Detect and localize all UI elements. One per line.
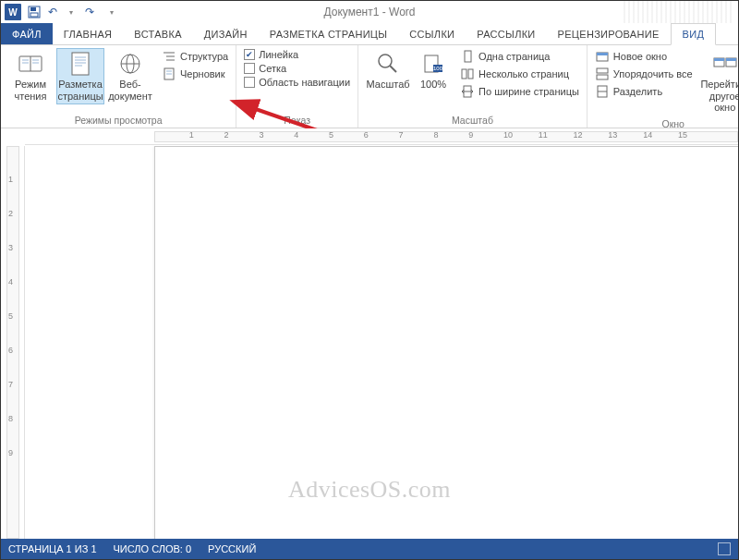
group-show: ✔ Линейка Сетка Область навигации Показ	[236, 45, 358, 128]
multi-page-icon	[460, 67, 475, 81]
arrange-all-button[interactable]: Упорядочить все	[593, 66, 695, 82]
tab-view[interactable]: ВИД	[671, 23, 717, 45]
gridlines-label: Сетка	[259, 63, 286, 74]
group-views-label: Режимы просмотра	[6, 113, 230, 126]
status-page[interactable]: СТРАНИЦА 1 ИЗ 1	[8, 543, 97, 554]
zoom-button[interactable]: Масштаб	[364, 48, 412, 93]
ribbon: Режим чтения Разметка страницы Веб-докум…	[1, 45, 738, 128]
web-layout-icon	[117, 51, 143, 77]
split-button[interactable]: Разделить	[593, 83, 695, 100]
new-window-label: Новое окно	[613, 51, 667, 62]
window-title: Документ1 - Word	[323, 6, 415, 18]
split-label: Разделить	[613, 86, 662, 97]
outline-icon	[162, 49, 176, 64]
page-width-icon	[460, 84, 475, 99]
print-layout-icon	[67, 51, 93, 77]
svg-rect-41	[714, 58, 724, 61]
navpane-checkbox-row[interactable]: Область навигации	[242, 76, 352, 89]
title-bar: W ↶ ▾ ↷ ▾ Документ1 - Word	[1, 1, 738, 23]
navpane-checkbox[interactable]	[244, 77, 255, 88]
save-icon[interactable]	[27, 5, 42, 19]
status-bar: СТРАНИЦА 1 ИЗ 1 ЧИСЛО СЛОВ: 0 РУССКИЙ	[1, 539, 738, 559]
outline-label: Структура	[180, 51, 228, 62]
undo-icon[interactable]: ↶	[45, 5, 60, 19]
new-window-button[interactable]: Новое окно	[593, 48, 695, 65]
switch-windows-label: Перейти в другое окно	[699, 79, 739, 114]
arrange-all-icon	[595, 67, 610, 81]
svg-rect-30	[468, 69, 473, 79]
tab-refs[interactable]: ССЫЛКИ	[398, 23, 466, 44]
titlebar-decoration	[624, 1, 734, 23]
redo-icon[interactable]: ↷	[82, 5, 97, 19]
web-layout-label: Веб-документ	[108, 79, 152, 102]
tab-file[interactable]: ФАЙЛ	[1, 23, 53, 44]
tab-design[interactable]: ДИЗАЙН	[193, 23, 259, 44]
word-app-icon: W	[5, 4, 21, 20]
ruler-checkbox[interactable]: ✔	[244, 49, 255, 60]
read-mode-button[interactable]: Режим чтения	[6, 48, 55, 104]
multi-page-label: Несколько страниц	[479, 68, 569, 79]
multi-page-button[interactable]: Несколько страниц	[458, 66, 581, 82]
zoom-100-button[interactable]: 100 100%	[414, 48, 453, 93]
one-page-icon	[460, 49, 475, 64]
navpane-label: Область навигации	[259, 77, 350, 88]
h-ruler-numbers: 123456789101112131415	[154, 130, 713, 140]
vertical-ruler[interactable]: 123456789	[1, 146, 25, 539]
gridlines-checkbox[interactable]	[244, 63, 255, 74]
undo-dropdown-icon[interactable]: ▾	[64, 5, 79, 19]
status-words[interactable]: ЧИСЛО СЛОВ: 0	[114, 543, 192, 554]
v-ruler-numbers: 123456789	[8, 150, 13, 457]
print-layout-label: Разметка страницы	[57, 79, 103, 102]
ruler-label: Линейка	[259, 49, 298, 60]
zoom-100-icon: 100	[420, 51, 446, 77]
new-window-icon	[595, 49, 610, 64]
svg-rect-28	[465, 51, 471, 62]
status-view-icon[interactable]	[718, 542, 731, 555]
status-lang[interactable]: РУССКИЙ	[208, 543, 256, 554]
group-show-label: Показ	[242, 113, 352, 126]
tab-insert[interactable]: ВСТАВКА	[123, 23, 192, 44]
group-views: Режим чтения Разметка страницы Веб-докум…	[1, 45, 236, 128]
group-zoom-label: Масштаб	[364, 113, 581, 126]
qat-customize-icon[interactable]: ▾	[104, 5, 119, 19]
zoom-100-label: 100%	[420, 79, 446, 91]
page-width-label: По ширине страницы	[479, 86, 579, 97]
ruler-checkbox-row[interactable]: ✔ Линейка	[242, 48, 352, 61]
tab-review[interactable]: РЕЦЕНЗИРОВАНИЕ	[547, 23, 671, 44]
quick-access-toolbar: ↶ ▾ ↷ ▾	[27, 5, 119, 19]
zoom-icon	[375, 51, 401, 77]
group-zoom: Масштаб 100 100% Одна страница Несколько…	[358, 45, 588, 128]
one-page-label: Одна страница	[479, 51, 550, 62]
ribbon-tabs: ФАЙЛ ГЛАВНАЯ ВСТАВКА ДИЗАЙН РАЗМЕТКА СТР…	[1, 23, 738, 45]
svg-rect-29	[462, 69, 466, 79]
read-mode-label: Режим чтения	[9, 79, 52, 102]
group-window: Новое окно Упорядочить все Разделить Пер…	[588, 45, 739, 128]
one-page-button[interactable]: Одна страница	[458, 48, 581, 65]
web-layout-button[interactable]: Веб-документ	[106, 48, 154, 104]
group-window-label: Окно	[593, 116, 739, 129]
svg-rect-36	[597, 75, 608, 79]
watermark-text: AdvicesOS.com	[288, 476, 451, 504]
svg-rect-42	[726, 58, 736, 61]
svg-rect-35	[597, 68, 608, 73]
tab-mail[interactable]: РАССЫЛКИ	[466, 23, 546, 44]
tab-layout[interactable]: РАЗМЕТКА СТРАНИЦЫ	[259, 23, 399, 44]
svg-line-24	[390, 66, 396, 72]
draft-label: Черновик	[180, 68, 225, 79]
draft-button[interactable]: Черновик	[160, 66, 230, 82]
read-mode-icon	[18, 51, 43, 77]
outline-button[interactable]: Структура	[160, 48, 230, 65]
svg-point-23	[379, 55, 392, 67]
horizontal-ruler[interactable]: L 123456789101112131415	[25, 128, 738, 145]
switch-windows-button[interactable]: Перейти в другое окно	[697, 48, 739, 116]
page-width-button[interactable]: По ширине страницы	[458, 83, 581, 100]
svg-rect-2	[30, 13, 38, 17]
svg-rect-9	[72, 53, 89, 75]
split-icon	[595, 84, 610, 99]
print-layout-button[interactable]: Разметка страницы	[56, 48, 104, 104]
gridlines-checkbox-row[interactable]: Сетка	[242, 62, 352, 75]
svg-rect-34	[597, 53, 608, 55]
svg-rect-1	[30, 7, 36, 11]
switch-windows-icon	[712, 51, 738, 77]
tab-home[interactable]: ГЛАВНАЯ	[53, 23, 124, 44]
